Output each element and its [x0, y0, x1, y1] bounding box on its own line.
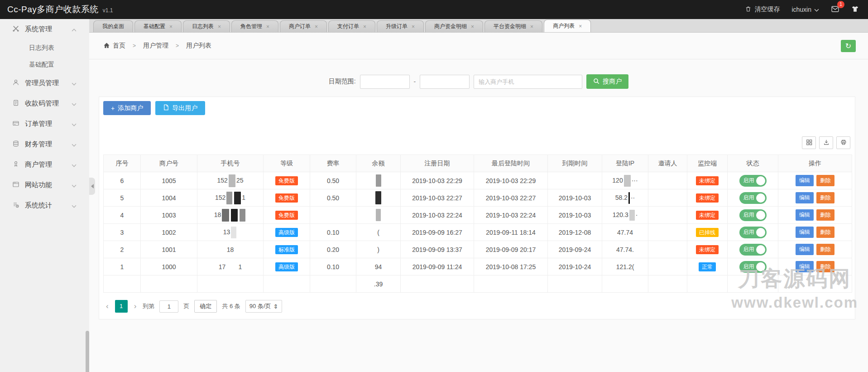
- home-icon: [103, 42, 110, 50]
- table-cell: [474, 275, 548, 293]
- date-to-input[interactable]: [420, 75, 470, 89]
- tab-基础配置[interactable]: 基础配置×: [134, 20, 182, 32]
- date-from-input[interactable]: [360, 75, 410, 89]
- enable-toggle[interactable]: 启用: [739, 209, 767, 221]
- close-icon[interactable]: ×: [218, 24, 221, 30]
- print-button[interactable]: [836, 136, 850, 149]
- sidebar-subitem-基础配置[interactable]: 基础配置: [0, 56, 89, 73]
- status-badge: 免费版: [275, 176, 298, 185]
- theme-button[interactable]: [851, 5, 859, 14]
- table-cell: 120···: [602, 172, 648, 189]
- delete-button[interactable]: 删除: [816, 209, 834, 221]
- close-icon[interactable]: ×: [471, 24, 474, 30]
- close-icon[interactable]: ×: [315, 24, 318, 30]
- columns-filter-button[interactable]: [802, 136, 816, 149]
- confirm-page-button[interactable]: 确定: [194, 300, 217, 313]
- edit-button[interactable]: 编辑: [796, 192, 814, 203]
- goto-page-input[interactable]: [159, 300, 178, 313]
- delete-button[interactable]: 删除: [816, 175, 834, 186]
- mail-button[interactable]: 1: [831, 5, 839, 14]
- enable-toggle[interactable]: 启用: [739, 227, 767, 238]
- sidebar-item-商户管理[interactable]: 商户管理: [0, 155, 89, 175]
- table-cell: [548, 172, 602, 189]
- edit-button[interactable]: 编辑: [796, 244, 814, 255]
- search-merchant-button[interactable]: 搜商户: [586, 74, 628, 89]
- table-cell: [648, 172, 687, 189]
- goto-prefix-label: 到第: [143, 302, 154, 310]
- tab-日志列表[interactable]: 日志列表×: [183, 20, 230, 32]
- sidebar-subitem-日志列表[interactable]: 日志列表: [0, 39, 89, 56]
- close-icon[interactable]: ×: [169, 24, 173, 30]
- table-cell: 编辑删除: [778, 241, 852, 258]
- chevron-down-icon: [814, 6, 819, 13]
- close-icon[interactable]: ×: [412, 24, 415, 30]
- close-icon[interactable]: ×: [530, 24, 533, 30]
- table-cell: 启用: [728, 241, 778, 258]
- user-menu[interactable]: ichuxin: [791, 6, 819, 13]
- close-icon[interactable]: ×: [579, 23, 582, 29]
- merchant-phone-input[interactable]: [474, 75, 582, 89]
- tab-角色管理[interactable]: 角色管理×: [231, 20, 278, 32]
- tab-支付订单[interactable]: 支付订单×: [328, 20, 375, 32]
- document-export-icon: [163, 104, 169, 112]
- breadcrumb-item[interactable]: 首页: [113, 42, 125, 50]
- breadcrumb-item[interactable]: 用户管理: [143, 42, 168, 50]
- tab-我的桌面[interactable]: 我的桌面: [93, 20, 133, 32]
- close-icon[interactable]: ×: [266, 24, 269, 30]
- tab-商户订单[interactable]: 商户订单×: [280, 20, 327, 32]
- tab-平台资金明细[interactable]: 平台资金明细×: [484, 20, 542, 32]
- edit-button[interactable]: 编辑: [796, 227, 814, 238]
- column-header-费率: 费率: [310, 155, 356, 172]
- export-table-button[interactable]: [819, 136, 833, 149]
- enable-toggle[interactable]: 启用: [739, 175, 767, 187]
- table-row: 4100318免费版2019-10-03 22:242019-10-03 22:…: [104, 207, 852, 224]
- tab-升级订单[interactable]: 升级订单×: [377, 20, 424, 32]
- tab-label: 商户列表: [553, 22, 575, 30]
- sidebar-item-订单管理[interactable]: 订单管理: [0, 114, 89, 134]
- enable-toggle[interactable]: 启用: [739, 192, 767, 204]
- pagination: ‹ 1 › 到第 页 确定 共 6 条 90 条/页 ⇕: [105, 300, 282, 313]
- website-icon: [12, 181, 25, 189]
- refresh-button[interactable]: ↻: [841, 40, 856, 52]
- tab-商户资金明细[interactable]: 商户资金明细×: [425, 20, 483, 32]
- delete-button[interactable]: 删除: [816, 244, 834, 255]
- clear-cache-button[interactable]: 清空缓存: [745, 5, 780, 14]
- sidebar-item-管理员管理[interactable]: 管理员管理: [0, 73, 89, 93]
- next-page-button[interactable]: ›: [133, 302, 138, 311]
- sidebar-collapse-handle[interactable]: [89, 178, 95, 195]
- current-page-button[interactable]: 1: [115, 300, 128, 313]
- sidebar-item-系统管理[interactable]: 系统管理: [0, 19, 89, 39]
- table-cell: 免费版: [264, 172, 310, 189]
- select-arrows-icon: ⇕: [273, 303, 278, 310]
- close-icon[interactable]: ×: [363, 24, 366, 30]
- sidebar-item-label: 管理员管理: [25, 79, 59, 87]
- table-cell: 1: [104, 258, 141, 275]
- edit-button[interactable]: 编辑: [796, 261, 814, 272]
- add-merchant-button[interactable]: + 添加商户: [103, 101, 151, 115]
- enable-toggle[interactable]: 启用: [739, 261, 767, 273]
- redacted-block: [226, 192, 232, 204]
- sidebar-item-财务管理[interactable]: 财务管理: [0, 134, 89, 155]
- tab-商户列表[interactable]: 商户列表×: [544, 19, 591, 32]
- breadcrumb-row: 首页>用户管理>用户列表 ↻: [89, 33, 868, 59]
- per-page-select[interactable]: 90 条/页 ⇕: [245, 300, 283, 313]
- delete-button[interactable]: 删除: [816, 192, 834, 203]
- delete-button[interactable]: 删除: [816, 227, 834, 238]
- redacted-block: [240, 209, 245, 222]
- table-cell: 未绑定: [687, 172, 728, 189]
- sidebar-scrollbar[interactable]: [86, 331, 89, 372]
- delete-button[interactable]: 删除: [816, 261, 834, 272]
- table-cell: 免费版: [264, 189, 310, 207]
- export-users-button[interactable]: 导出用户: [155, 101, 205, 115]
- sidebar-item-网站功能[interactable]: 网站功能: [0, 175, 89, 195]
- table-row: 3100213高级版0.10(2019-09-09 16:272019-09-1…: [104, 224, 852, 241]
- table-cell: 启用: [728, 189, 778, 207]
- enable-toggle[interactable]: 启用: [739, 244, 767, 256]
- sidebar-item-系统统计[interactable]: 系统统计: [0, 195, 89, 216]
- toggle-label: 启用: [743, 211, 754, 219]
- edit-button[interactable]: 编辑: [796, 209, 814, 221]
- prev-page-button[interactable]: ‹: [105, 302, 110, 311]
- toggle-knob: [756, 211, 765, 220]
- edit-button[interactable]: 编辑: [796, 175, 814, 186]
- sidebar-item-收款码管理[interactable]: 收款码管理: [0, 93, 89, 114]
